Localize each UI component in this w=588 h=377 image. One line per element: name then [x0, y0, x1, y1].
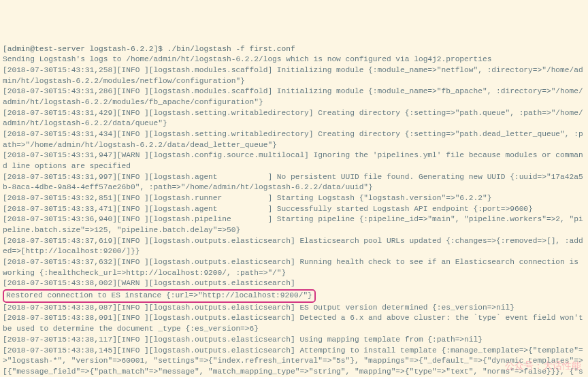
- log-line: [2018-07-30T15:43:31,429][INFO ][logstas…: [3, 109, 583, 128]
- log-line: [2018-07-30T15:43:36,940][INFO ][logstas…: [3, 215, 583, 234]
- highlighted-message: Restored connection to ES instance {:url…: [3, 289, 316, 303]
- shell-command[interactable]: ./bin/logstash -f first.conf: [167, 45, 295, 53]
- log-line: [2018-07-30T15:43:37,619][INFO ][logstas…: [3, 237, 583, 256]
- log-line: [2018-07-30T15:43:38,117][INFO ][logstas…: [3, 335, 483, 344]
- log-line: [2018-07-30T15:43:38,145][INFO ][logstas…: [3, 346, 587, 378]
- log-line: [2018-07-30T15:43:37,632][INFO ][logstas…: [3, 258, 583, 277]
- log-line-highlight-prefix: [2018-07-30T15:43:38,002][WARN ][logstas…: [3, 279, 299, 287]
- log-line: Sending Logstash's logs to /home/admin/h…: [3, 55, 491, 63]
- log-line: [2018-07-30T15:43:31,947][WARN ][logstas…: [3, 151, 583, 170]
- log-line: [2018-07-30T15:43:38,091][INFO ][logstas…: [3, 314, 587, 333]
- log-line: [2018-07-30T15:43:38,087][INFO ][logstas…: [3, 304, 514, 312]
- shell-prompt: [admin@test-server logstash-6.2.2]$: [3, 45, 167, 53]
- log-line: [2018-07-30T15:43:31,997][INFO ][logstas…: [3, 173, 583, 192]
- log-line: [2018-07-30T15:43:31,286][INFO ][logstas…: [3, 87, 583, 106]
- log-line: [2018-07-30T15:43:32,851][INFO ][logstas…: [3, 194, 491, 202]
- log-line: [2018-07-30T15:43:31,258][INFO ][logstas…: [3, 66, 583, 85]
- log-line: [2018-07-30T15:43:31,434][INFO ][logstas…: [3, 130, 583, 149]
- log-line: [2018-07-30T15:43:33,471][INFO ][logstas…: [3, 205, 533, 213]
- terminal-output: [admin@test-server logstash-6.2.2]$ ./bi…: [3, 44, 585, 377]
